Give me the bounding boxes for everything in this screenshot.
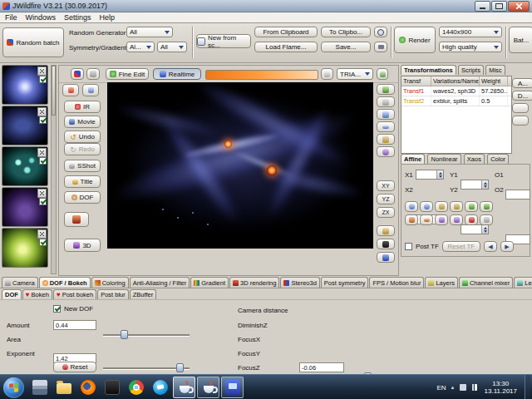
focus-point-2[interactable] (267, 165, 277, 175)
preview-options-button[interactable] (321, 68, 333, 80)
camera-distance-field[interactable]: -0.06 (299, 362, 344, 372)
tray-expand-icon[interactable]: ▲ (451, 385, 456, 390)
toggle-guides-button[interactable] (377, 96, 395, 107)
batch-render-button[interactable]: Bat... (509, 27, 532, 53)
random-batch-button[interactable]: Random batch (2, 27, 64, 57)
minimize-button[interactable] (475, 1, 490, 12)
delete-transform-button[interactable] (512, 103, 529, 113)
tab-3d-rendering[interactable]: 3D rendering (229, 277, 279, 288)
tab-zbuffer[interactable]: ZBuffer (130, 289, 156, 299)
zoom-in-button[interactable] (377, 109, 395, 120)
tab-misc[interactable]: Misc (485, 65, 505, 75)
taskbar-editor-app[interactable] (221, 377, 244, 398)
view-yz-button[interactable]: YZ (377, 194, 395, 204)
tab-antialiasing-filter[interactable]: Anti-Aliasing / Filter (130, 277, 190, 288)
axis-toggle-button[interactable] (377, 225, 395, 236)
close-icon[interactable] (37, 148, 47, 157)
reset-tf-button[interactable]: Reset TF (442, 241, 480, 252)
redo-button[interactable]: ↻ Redo (64, 143, 101, 155)
flame-thumbnail[interactable] (2, 65, 48, 105)
tab-layers[interactable]: Layers (425, 277, 458, 288)
transformations-table[interactable]: Transf Variations/Name Weight Transf1 wa… (401, 76, 512, 154)
tab-dof-bokeh[interactable]: DOF / Bokeh (39, 277, 91, 288)
render-button[interactable]: Render (394, 27, 436, 53)
maximize-button[interactable] (491, 1, 507, 12)
thumbnail-checkbox[interactable] (39, 157, 47, 165)
random-generator-select[interactable]: All (126, 27, 173, 37)
y1-field[interactable] (461, 180, 489, 190)
tab-post-blur[interactable]: Post blur (97, 289, 129, 299)
spinner-icon[interactable] (481, 180, 488, 189)
thumbnail-checkbox[interactable] (39, 239, 47, 246)
rotate-right-button[interactable] (420, 201, 433, 212)
move-up-button[interactable] (465, 201, 478, 212)
table-row[interactable]: Transf1 waves2, sph3D 57.2850... (401, 86, 511, 96)
tray-network-icon[interactable] (470, 384, 477, 391)
tab-dof[interactable]: DOF (2, 289, 22, 299)
blue-preview-button[interactable] (377, 252, 395, 263)
snap-grid-button[interactable] (480, 214, 493, 225)
flame-thumbnail[interactable] (2, 146, 48, 186)
y2-field[interactable] (461, 224, 489, 234)
taskbar-firefox[interactable] (76, 377, 99, 398)
add-transform-button[interactable]: A... (512, 78, 532, 88)
show-desktop-button[interactable] (525, 375, 530, 399)
tab-post-symmetry[interactable]: Post symmetry (321, 277, 369, 288)
tab-stereo3d[interactable]: Stereo3d (280, 277, 319, 288)
flame-preview-canvas[interactable] (107, 82, 373, 249)
weight-edit-button[interactable] (62, 84, 79, 96)
render-resolution-select[interactable]: 1440x900 (439, 27, 502, 37)
close-icon[interactable] (37, 66, 47, 76)
pan-button[interactable] (377, 134, 395, 145)
amount-field[interactable]: 0.44 (53, 320, 96, 330)
post-tf-checkbox[interactable] (405, 243, 412, 250)
move-left-button[interactable] (435, 201, 448, 212)
duplicate-transform-button[interactable]: D... (512, 91, 532, 101)
menu-windows[interactable]: Windows (26, 13, 57, 22)
spinner-icon[interactable] (436, 170, 443, 179)
taskbar-skype[interactable] (149, 377, 171, 398)
taskbar-libraries[interactable] (28, 377, 51, 398)
menu-help[interactable]: Help (100, 13, 116, 22)
reset-dof-button[interactable]: Reset (53, 362, 96, 372)
title-button[interactable]: Title (64, 175, 101, 188)
reset-affine-button[interactable] (465, 214, 478, 225)
close-icon[interactable] (37, 229, 47, 239)
tab-affine[interactable]: Affine (401, 154, 425, 164)
tab-color[interactable]: Color (487, 154, 509, 164)
menu-file[interactable]: File (5, 13, 17, 22)
3d-view-button[interactable]: 3D (64, 239, 101, 252)
screenshot-button[interactable]: SShot (64, 160, 101, 172)
prev-transform-button[interactable]: ◀ (484, 241, 497, 252)
weight-adjust-button[interactable] (512, 116, 529, 126)
new-from-script-button[interactable]: New from sc... (196, 34, 251, 48)
tab-bokeh[interactable]: ♥Bokeh (22, 289, 52, 299)
menu-settings[interactable]: Settings (64, 13, 91, 22)
close-icon[interactable] (37, 189, 47, 198)
taskbar-console[interactable] (101, 377, 123, 398)
dof-button[interactable]: DOF (64, 191, 101, 204)
move-right-button[interactable] (450, 201, 463, 212)
render-quality-select[interactable]: High quality (439, 42, 502, 52)
x1-field[interactable] (416, 170, 444, 180)
save-flame-button[interactable]: Save... (321, 42, 371, 52)
rotate-left-button[interactable] (405, 201, 418, 212)
o1-field[interactable] (505, 190, 530, 200)
interactive-renderer-button[interactable]: IR (64, 101, 101, 113)
amount-slider[interactable] (103, 330, 190, 339)
to-clipboard-button[interactable]: To Clipbo... (321, 27, 371, 37)
table-row[interactable]: Transf2 exblur, splits 0.5 (401, 96, 511, 106)
triangle-style-select[interactable]: TRIA... (337, 68, 373, 80)
flip-horizontal-button[interactable] (435, 214, 448, 225)
thumbnail-checkbox[interactable] (39, 116, 47, 124)
flame-thumbnail[interactable] (2, 187, 48, 227)
tab-xaos[interactable]: Xaos (464, 154, 485, 164)
tab-channel-mixer[interactable]: Channel mixer (459, 277, 513, 288)
flame-thumbnail[interactable] (2, 228, 48, 268)
thumbnail-checkbox[interactable] (39, 76, 47, 83)
movie-button[interactable]: Movie (64, 116, 101, 128)
area-slider[interactable] (103, 363, 190, 372)
scale-down-button[interactable] (420, 214, 433, 225)
taskbar-explorer[interactable] (52, 377, 75, 398)
tray-shield-icon[interactable] (460, 384, 466, 391)
